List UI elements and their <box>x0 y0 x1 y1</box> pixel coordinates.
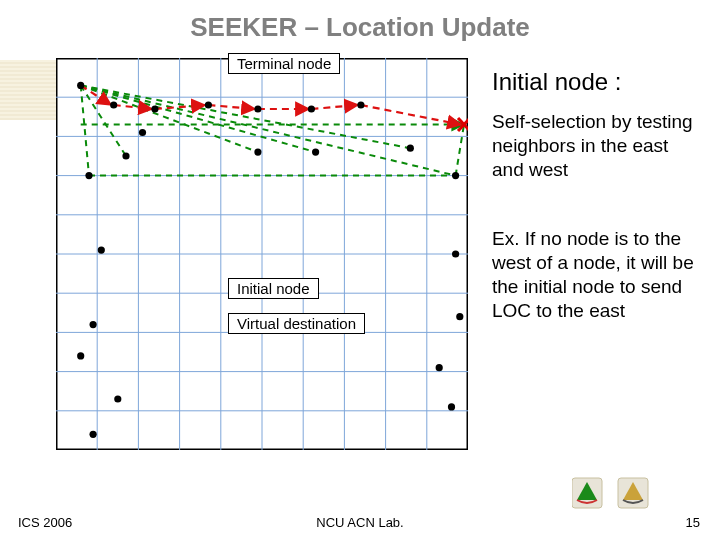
svg-point-41 <box>254 105 261 112</box>
label-terminal-node: Terminal node <box>228 53 340 74</box>
svg-point-44 <box>139 129 146 136</box>
svg-point-58 <box>448 403 455 410</box>
decorative-texture <box>0 60 56 120</box>
svg-point-48 <box>407 145 414 152</box>
footer-page-number: 15 <box>686 515 700 530</box>
svg-point-39 <box>151 105 158 112</box>
svg-point-46 <box>254 149 261 156</box>
diagram-svg <box>56 58 468 450</box>
slide-title: SEEKER – Location Update <box>0 12 720 43</box>
svg-point-51 <box>98 247 105 254</box>
svg-point-50 <box>452 172 459 179</box>
label-virtual-destination: Virtual destination <box>228 313 365 334</box>
svg-point-59 <box>90 431 97 438</box>
svg-point-52 <box>452 250 459 257</box>
logo-icons <box>572 474 660 512</box>
svg-line-22 <box>81 85 258 152</box>
svg-point-38 <box>110 101 117 108</box>
svg-point-54 <box>456 313 463 320</box>
svg-point-47 <box>312 149 319 156</box>
svg-line-33 <box>311 105 358 109</box>
svg-point-49 <box>85 172 92 179</box>
svg-point-37 <box>77 82 84 89</box>
svg-point-40 <box>205 101 212 108</box>
svg-line-24 <box>81 85 411 148</box>
svg-line-27 <box>456 125 464 176</box>
svg-point-53 <box>90 321 97 328</box>
svg-line-31 <box>208 105 255 109</box>
svg-point-55 <box>77 352 84 359</box>
footer-lab: NCU ACN Lab. <box>0 515 720 530</box>
text-self-selection: Self-selection by testing neighbors in t… <box>492 110 702 181</box>
svg-line-21 <box>81 85 126 156</box>
svg-point-43 <box>357 101 364 108</box>
svg-line-34 <box>361 105 461 125</box>
svg-point-45 <box>122 152 129 159</box>
label-initial-node: Initial node <box>228 278 319 299</box>
svg-point-56 <box>436 364 443 371</box>
svg-line-20 <box>81 85 89 175</box>
explanation-column: Initial node : Self-selection by testing… <box>492 68 702 342</box>
svg-line-25 <box>81 85 456 175</box>
diagram <box>56 58 468 450</box>
text-example: Ex. If no node is to the west of a node,… <box>492 227 702 322</box>
heading-initial-node: Initial node : <box>492 68 702 96</box>
svg-point-42 <box>308 105 315 112</box>
svg-point-57 <box>114 395 121 402</box>
footer-logos <box>572 474 660 512</box>
